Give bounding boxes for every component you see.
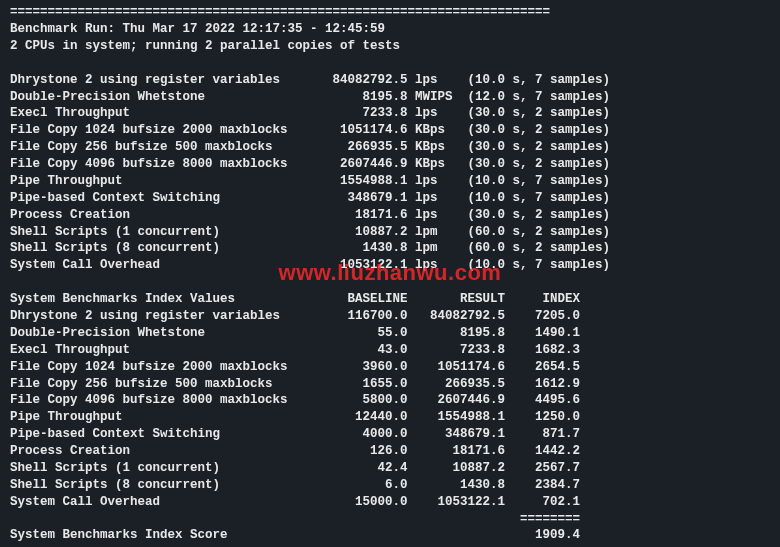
score-line: System Benchmarks Index Score 1909.4 <box>10 527 770 544</box>
result-row: Shell Scripts (8 concurrent) 1430.8 lpm … <box>10 240 770 257</box>
result-row: File Copy 1024 bufsize 2000 maxblocks 10… <box>10 122 770 139</box>
index-row: Pipe Throughput 12440.0 1554988.1 1250.0 <box>10 409 770 426</box>
index-row: Execl Throughput 43.0 7233.8 1682.3 <box>10 342 770 359</box>
index-row: File Copy 256 bufsize 500 maxblocks 1655… <box>10 376 770 393</box>
spacer <box>10 55 770 72</box>
index-row: Shell Scripts (1 concurrent) 42.4 10887.… <box>10 460 770 477</box>
index-row: Pipe-based Context Switching 4000.0 3486… <box>10 426 770 443</box>
result-row: Pipe-based Context Switching 348679.1 lp… <box>10 190 770 207</box>
index-row: Double-Precision Whetstone 55.0 8195.8 1… <box>10 325 770 342</box>
index-row: File Copy 1024 bufsize 2000 maxblocks 39… <box>10 359 770 376</box>
result-row: File Copy 4096 bufsize 8000 maxblocks 26… <box>10 156 770 173</box>
result-row: Execl Throughput 7233.8 lps (30.0 s, 2 s… <box>10 105 770 122</box>
index-row: Process Creation 126.0 18171.6 1442.2 <box>10 443 770 460</box>
index-row: Dhrystone 2 using register variables 116… <box>10 308 770 325</box>
index-row: Shell Scripts (8 concurrent) 6.0 1430.8 … <box>10 477 770 494</box>
cpu-info: 2 CPUs in system; running 2 parallel cop… <box>10 38 770 55</box>
result-row: System Call Overhead 1053122.1 lps (10.0… <box>10 257 770 274</box>
index-block: System Benchmarks Index Values BASELINE … <box>10 291 770 510</box>
results-block: Dhrystone 2 using register variables 840… <box>10 72 770 275</box>
result-row: Double-Precision Whetstone 8195.8 MWIPS … <box>10 89 770 106</box>
result-row: File Copy 256 bufsize 500 maxblocks 2669… <box>10 139 770 156</box>
index-row: System Call Overhead 15000.0 1053122.1 7… <box>10 494 770 511</box>
score-separator: ======== <box>10 511 770 528</box>
result-row: Dhrystone 2 using register variables 840… <box>10 72 770 89</box>
index-row: File Copy 4096 bufsize 8000 maxblocks 58… <box>10 392 770 409</box>
result-row: Process Creation 18171.6 lps (30.0 s, 2 … <box>10 207 770 224</box>
index-header: System Benchmarks Index Values BASELINE … <box>10 291 770 308</box>
result-row: Shell Scripts (1 concurrent) 10887.2 lpm… <box>10 224 770 241</box>
benchmark-run-info: Benchmark Run: Thu Mar 17 2022 12:17:35 … <box>10 21 770 38</box>
result-row: Pipe Throughput 1554988.1 lps (10.0 s, 7… <box>10 173 770 190</box>
divider-top: ========================================… <box>10 4 770 21</box>
spacer <box>10 274 770 291</box>
